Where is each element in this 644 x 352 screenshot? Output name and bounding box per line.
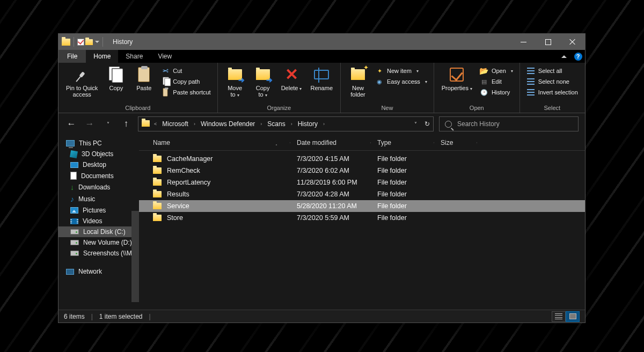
copy-icon [107,66,125,83]
new-folder-button[interactable]: ✦New folder [345,65,371,99]
status-selected-count: 1 item selected [99,313,143,320]
scissors-icon: ✂ [161,67,170,75]
sidebar-music[interactable]: ♪Music [58,193,139,205]
sidebar-videos[interactable]: Videos [58,216,139,226]
help-icon: ? [574,53,582,61]
crumb-scans[interactable]: Scans [265,120,287,128]
sidebar-desktop[interactable]: Desktop [58,159,139,170]
rename-button[interactable]: Rename [307,65,336,92]
address-bar[interactable]: < Microsoft› Windows Defender› Scans› Hi… [138,116,434,131]
collapse-ribbon-button[interactable] [557,50,571,63]
file-name: Service [167,202,189,210]
file-type: File folder [371,167,434,174]
window-title: History [113,38,133,46]
column-size[interactable]: Size [434,139,477,146]
crumb-windows-defender[interactable]: Windows Defender [199,120,257,128]
paste-shortcut-button[interactable]: Paste shortcut [159,87,213,97]
sidebar-documents[interactable]: Documents [58,170,139,181]
folder-icon [153,215,162,221]
drive-icon [70,229,79,234]
copy-button[interactable]: Copy [103,65,129,92]
move-to-button[interactable]: ➔Move to▾ [222,65,248,99]
status-item-count: 6 items [64,313,85,320]
chevron-right-icon[interactable]: › [259,121,263,127]
easy-access-button[interactable]: ◉Easy access▾ [373,77,429,86]
column-type[interactable]: Type [371,139,434,146]
chevron-right-icon[interactable]: › [193,121,196,127]
folder-icon [153,156,162,162]
properties-button[interactable]: Properties▾ [438,65,475,93]
qat-dropdown-icon[interactable] [95,41,99,43]
cube-icon [70,150,78,158]
minimize-button[interactable] [511,34,536,50]
address-dropdown[interactable]: ˅ [414,121,417,127]
copy-path-button[interactable]: Copy path [159,77,213,86]
music-icon: ♪ [70,195,74,203]
sidebar-screenshots[interactable]: Screenshots (\\M [58,248,139,259]
open-button[interactable]: 📂Open▾ [478,66,515,76]
copy-to-button[interactable]: ➔Copy to▾ [250,65,276,99]
download-icon: ↓ [70,183,74,192]
invert-selection-button[interactable]: Invert selection [524,87,580,97]
column-date[interactable]: Date modified [290,139,371,146]
back-button[interactable]: ← [65,119,78,129]
help-button[interactable]: ? [571,50,585,63]
table-row[interactable]: RemCheck7/3/2020 6:02 AMFile folder [139,165,585,177]
maximize-button[interactable] [536,34,560,50]
paste-button[interactable]: Paste [131,65,157,92]
table-row[interactable]: ReportLatency11/28/2019 6:00 PMFile fold… [139,177,585,188]
chevron-right-icon[interactable]: › [322,121,326,127]
chevron-left-icon[interactable]: < [153,121,158,127]
search-input[interactable]: Search History [439,116,579,131]
sidebar-local-disk-c[interactable]: Local Disk (C:) [58,226,139,237]
sidebar-scrollbar[interactable] [131,211,139,302]
table-row[interactable]: Service5/28/2020 11:20 AMFile folder [139,200,585,212]
tab-share[interactable]: Share [118,50,150,63]
column-name[interactable]: Name˄ [147,139,290,146]
table-row[interactable]: Results7/3/2020 4:28 AMFile folder [139,188,585,200]
tab-home[interactable]: Home [86,50,118,63]
sidebar-3d-objects[interactable]: 3D Objects [58,149,139,159]
new-item-button[interactable]: ✦New item▾ [373,66,429,76]
title-bar[interactable]: History [58,34,585,50]
view-details-button[interactable] [552,311,566,322]
crumb-history[interactable]: History [296,120,320,128]
tab-view[interactable]: View [150,50,179,63]
sidebar-downloads[interactable]: ↓Downloads [58,181,139,193]
sidebar-network[interactable]: Network [58,266,139,277]
file-type: File folder [371,214,434,222]
refresh-button[interactable]: ↻ [425,120,430,128]
delete-button[interactable]: ✕Delete▾ [278,65,305,93]
document-icon [70,172,77,180]
file-name: ReportLatency [167,179,210,186]
file-type: File folder [371,190,434,198]
up-button[interactable]: ↑ [120,119,133,129]
forward-button[interactable]: → [83,119,96,129]
sidebar-new-volume-d[interactable]: New Volume (D:) [58,237,139,248]
select-none-button[interactable]: Select none [524,77,580,86]
history-button[interactable]: 🕑History [478,87,515,97]
new-folder-icon: ✦ [349,66,367,83]
close-button[interactable] [560,34,585,50]
pin-to-quick-access-button[interactable]: Pin to Quick access [63,65,101,99]
folder-icon [142,120,150,128]
file-date: 7/3/2020 4:28 AM [290,190,371,198]
select-all-button[interactable]: Select all [524,66,580,76]
tab-file[interactable]: File [58,50,86,63]
edit-button[interactable]: ▤Edit [478,77,515,86]
crumb-microsoft[interactable]: Microsoft [160,120,191,128]
qat-folder[interactable] [85,39,93,45]
view-thumbnails-button[interactable] [566,311,580,322]
network-icon [66,269,74,275]
sidebar-pictures[interactable]: Pictures [58,205,139,216]
ribbon-tabs: File Home Share View ? [58,50,585,63]
recent-dropdown[interactable]: ˅ [101,121,114,127]
cut-button[interactable]: ✂Cut [159,66,213,76]
table-row[interactable]: Store7/3/2020 5:59 AMFile folder [139,212,585,224]
chevron-right-icon[interactable]: › [290,121,294,127]
history-icon: 🕑 [480,88,488,97]
navigation-bar: ← → ˅ ↑ < Microsoft› Windows Defender› S… [58,113,585,135]
table-row[interactable]: CacheManager7/3/2020 4:15 AMFile folder [139,153,585,165]
checkmark-icon[interactable] [77,39,84,46]
sidebar-this-pc[interactable]: This PC [58,138,139,149]
